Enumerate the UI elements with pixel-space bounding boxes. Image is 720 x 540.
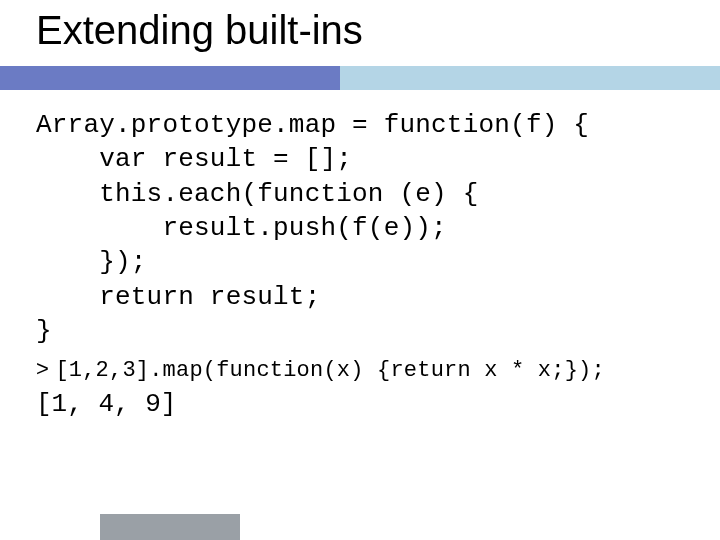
content-area: Array.prototype.map = function(f) { var … — [36, 108, 692, 419]
repl-output: [1, 4, 9] — [36, 389, 692, 419]
header-divider — [0, 66, 720, 90]
header-divider-right — [340, 66, 720, 90]
repl-input: [1,2,3].map(function(x) {return x * x;})… — [55, 358, 605, 383]
slide: Extending built-ins Array.prototype.map … — [0, 0, 720, 540]
repl-input-line: > [1,2,3].map(function(x) {return x * x;… — [36, 356, 692, 383]
title-area: Extending built-ins — [36, 8, 700, 64]
footer-accent-block — [100, 514, 240, 540]
repl-prompt: > — [36, 356, 49, 381]
slide-title: Extending built-ins — [36, 8, 700, 52]
header-divider-left — [0, 66, 340, 90]
code-block: Array.prototype.map = function(f) { var … — [36, 108, 692, 348]
